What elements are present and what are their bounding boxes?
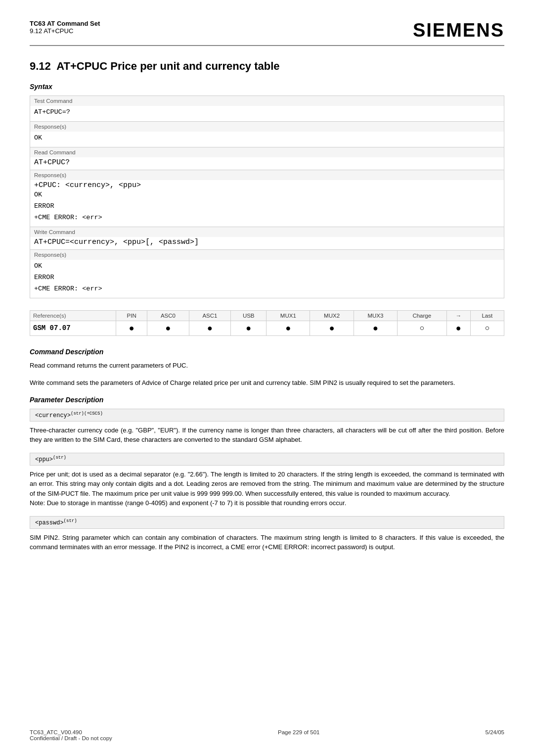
test-response-label: Response(s) [30, 121, 504, 132]
syntax-label: Syntax [30, 83, 504, 91]
ref-col-pin: PIN [116, 310, 147, 321]
ref-value-row: GSM 07.07 ● ● ● ● ● ● ● ○ ● ○ [30, 321, 504, 335]
write-command-code: AT+CPUC=<currency>, <ppu>[, <passwd>] [34, 238, 199, 246]
ref-col-charge: Charge [397, 310, 446, 321]
param-ppu-name: <ppu>(str) [35, 456, 66, 463]
param-ppu-desc: Price per unit; dot is used as a decimal… [30, 470, 504, 508]
brand-logo: SIEMENS [413, 20, 504, 41]
page: TC63 AT Command Set 9.12 AT+CPUC SIEMENS… [0, 0, 534, 756]
ref-dot-mux1: ● [267, 321, 310, 335]
write-command-value: AT+CPUC=<currency>, <ppu>[, <passwd>] [30, 237, 504, 250]
param-passwd-desc: SIM PIN2. String parameter which can con… [30, 533, 504, 552]
header-title: TC63 AT Command Set [30, 20, 100, 27]
footer-confidential: Confidential / Draft - Do not copy [30, 735, 112, 741]
ref-label: Reference(s) [30, 310, 116, 321]
ref-col-asc1: ASC1 [189, 310, 231, 321]
param-currency-box: <currency>(str)(+CSCS) [30, 409, 504, 422]
write-response-line1: OK [34, 261, 500, 272]
param-passwd-name: <passwd>(str) [35, 520, 77, 526]
param-passwd-box: <passwd>(str) [30, 516, 504, 529]
ref-col-mux2: MUX2 [310, 310, 354, 321]
read-command-value: AT+CPUC? [30, 157, 504, 170]
test-command-code: AT+CPUC=? [34, 108, 70, 116]
page-footer: TC63_ATC_V00.490 Confidential / Draft - … [30, 729, 504, 741]
header-divider [30, 45, 504, 46]
test-response-code: OK [34, 134, 42, 142]
write-command-value-row: AT+CPUC=<currency>, <ppu>[, <passwd>] [30, 237, 504, 250]
write-response-line2: ERROR [34, 272, 500, 284]
ref-dot-usb: ● [231, 321, 267, 335]
test-command-value-row: AT+CPUC=? [30, 106, 504, 121]
footer-left: TC63_ATC_V00.490 Confidential / Draft - … [30, 729, 112, 741]
test-response-value: OK [30, 132, 504, 147]
write-response-value: OK ERROR +CME ERROR: <err> [30, 260, 504, 298]
write-response-line3: +CME ERROR: <err> [34, 284, 500, 295]
test-response-label-row: Response(s) [30, 121, 504, 132]
ref-gsm: GSM 07.07 [30, 321, 116, 335]
read-response-line3: ERROR [34, 201, 500, 212]
ref-dot-arrow: ● [446, 321, 470, 335]
param-currency-super: (str)(+CSCS) [71, 411, 103, 416]
write-response-label: Response(s) [30, 249, 504, 260]
footer-date: 5/24/05 [486, 729, 504, 741]
ref-header-row: Reference(s) PIN ASC0 ASC1 USB MUX1 MUX2… [30, 310, 504, 321]
command-description-title: Command Description [30, 348, 504, 356]
write-response-value-row: OK ERROR +CME ERROR: <err> [30, 260, 504, 298]
test-command-label: Test Command [30, 96, 504, 106]
param-passwd-super: (str) [64, 519, 77, 523]
read-command-value-row: AT+CPUC? [30, 157, 504, 170]
section-title: 9.12 AT+CPUC Price per unit and currency… [30, 60, 504, 73]
ref-col-usb: USB [231, 310, 267, 321]
page-header: TC63 AT Command Set 9.12 AT+CPUC SIEMENS [30, 20, 504, 41]
ref-dot-pin: ● [116, 321, 147, 335]
test-command-value: AT+CPUC=? [30, 106, 504, 121]
write-command-label-row: Write Command [30, 227, 504, 237]
header-left: TC63 AT Command Set 9.12 AT+CPUC [30, 20, 100, 35]
header-subtitle: 9.12 AT+CPUC [30, 27, 100, 35]
param-ppu-box: <ppu>(str) [30, 453, 504, 466]
read-response-label: Response(s) [30, 170, 504, 180]
read-response-value-row: +CPUC: <currency>, <ppu> OK ERROR +CME E… [30, 180, 504, 227]
command-description-line1: Read command returns the current paramet… [30, 361, 504, 371]
test-command-label-row: Test Command [30, 96, 504, 106]
footer-doc-id: TC63_ATC_V00.490 [30, 729, 112, 735]
read-response-line4: +CME ERROR: <err> [34, 212, 500, 224]
ref-dot-last: ○ [470, 321, 504, 335]
read-response-line2: OK [34, 189, 500, 201]
test-response-value-row: OK [30, 132, 504, 147]
write-response-label-row: Response(s) [30, 249, 504, 260]
ref-dot-asc1: ● [189, 321, 231, 335]
read-command-label-row: Read Command [30, 147, 504, 157]
syntax-table: Test Command AT+CPUC=? Response(s) OK Re… [30, 95, 504, 298]
param-currency-desc: Three-character currency code (e.g. "GBP… [30, 425, 504, 445]
parameter-description-title-text: Parameter Description [30, 396, 103, 404]
ref-col-arrow: → [446, 310, 470, 321]
read-response-label-row: Response(s) [30, 170, 504, 180]
read-command-code: AT+CPUC? [34, 158, 70, 167]
ref-col-mux1: MUX1 [267, 310, 310, 321]
ref-dot-mux2: ● [310, 321, 354, 335]
ref-col-mux3: MUX3 [354, 310, 397, 321]
ref-dot-asc0: ● [147, 321, 189, 335]
read-command-label: Read Command [30, 147, 504, 157]
footer-page: Page 229 of 501 [278, 729, 319, 741]
param-ppu-super: (str) [53, 455, 66, 460]
read-response-value: +CPUC: <currency>, <ppu> OK ERROR +CME E… [30, 180, 504, 227]
read-response-line1: +CPUC: <currency>, <ppu> [34, 181, 500, 189]
ref-col-last: Last [470, 310, 504, 321]
ref-col-asc0: ASC0 [147, 310, 189, 321]
write-command-label: Write Command [30, 227, 504, 237]
section-number: 9.12 [30, 60, 51, 72]
command-description-line2: Write command sets the parameters of Adv… [30, 378, 504, 388]
command-description-title-text: Command Description [30, 348, 103, 356]
ref-dot-charge: ○ [397, 321, 446, 335]
references-table: Reference(s) PIN ASC0 ASC1 USB MUX1 MUX2… [30, 310, 504, 336]
syntax-title: Syntax [30, 83, 52, 91]
parameter-description-title: Parameter Description [30, 396, 504, 404]
ref-dot-mux3: ● [354, 321, 397, 335]
param-currency-name: <currency>(str)(+CSCS) [35, 412, 103, 419]
